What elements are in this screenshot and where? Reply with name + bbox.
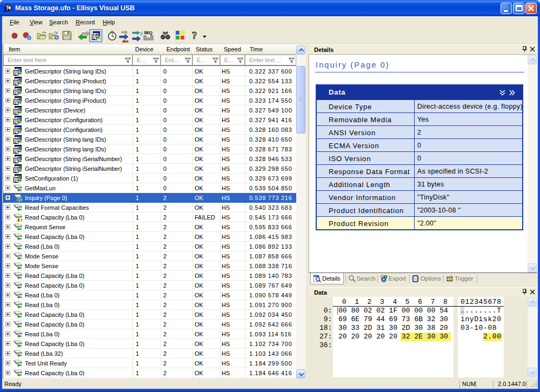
svg-text:?: ? — [192, 30, 197, 41]
svg-text:S: S — [140, 31, 143, 36]
svg-text:SEQ: SEQ — [144, 30, 152, 35]
